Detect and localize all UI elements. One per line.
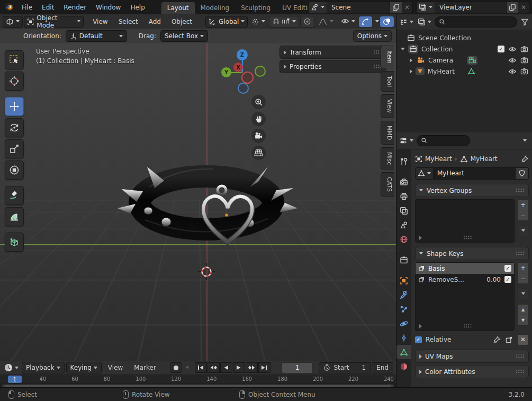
vgroup-remove-button[interactable]: − <box>517 210 529 221</box>
hide-eye-icon[interactable] <box>508 47 517 52</box>
snap-magnet-icon[interactable] <box>272 17 280 25</box>
choker-model[interactable] <box>118 156 297 281</box>
menu-view[interactable]: View <box>88 18 112 25</box>
blender-logo-icon[interactable] <box>5 3 14 12</box>
shapekey-specials-button[interactable] <box>517 288 529 299</box>
shapekey-move-up-button[interactable]: ▲ <box>517 304 529 315</box>
list-expand-icon[interactable] <box>419 236 422 240</box>
tool-annotate[interactable] <box>5 186 24 205</box>
tab-world[interactable] <box>396 232 411 246</box>
menu-window[interactable]: Window <box>91 4 125 11</box>
gizmo-axis-y-neg[interactable] <box>255 66 266 77</box>
outliner-row-myheart[interactable]: MyHeart <box>396 66 532 77</box>
tab-constraints[interactable] <box>396 331 411 345</box>
show-gizmo-toggle[interactable] <box>359 16 372 27</box>
datablock-name-input[interactable]: MyHeart <box>434 167 516 180</box>
options-dropdown[interactable]: Options <box>353 30 392 42</box>
npanel-transform[interactable]: Transform <box>279 46 386 59</box>
breadcrumb-object[interactable]: MyHeart <box>425 155 452 163</box>
pin-shapekey-icon[interactable] <box>491 335 503 345</box>
datablock-type-button[interactable] <box>415 167 434 180</box>
shapekey-mute-checkbox[interactable]: ✓ <box>504 265 511 272</box>
keying-menu[interactable]: Keying <box>66 362 102 373</box>
current-frame-badge[interactable]: 1 <box>8 376 22 383</box>
orientation-gizmo[interactable]: Z X Y <box>220 48 267 95</box>
scene-name[interactable]: Scene <box>327 4 390 11</box>
camera-view-button[interactable] <box>251 129 266 143</box>
relative-checkbox[interactable]: ✓ <box>415 336 422 343</box>
tab-view[interactable]: View <box>381 94 394 118</box>
drag-dropdown[interactable]: Select Box <box>160 30 208 42</box>
proportional-editing-icon[interactable] <box>300 16 314 28</box>
tab-cats[interactable]: CATS <box>381 172 394 197</box>
zoom-button[interactable] <box>251 95 266 109</box>
tab-tool[interactable]: Tool <box>381 71 394 92</box>
tool-select-box[interactable] <box>5 50 24 69</box>
shapekey-mute-checkbox[interactable]: ✓ <box>504 276 511 283</box>
hide-eye-icon[interactable] <box>508 69 517 74</box>
list-resize-grip[interactable] <box>463 235 472 240</box>
gizmo-axis-x[interactable]: X <box>233 63 243 72</box>
playback-menu[interactable]: Playback <box>22 362 65 373</box>
tab-material[interactable] <box>396 359 411 373</box>
timeline-editor-type-button[interactable] <box>3 363 20 372</box>
viewport-3d[interactable]: User Perspective (1) Collection | MyHear… <box>0 43 396 361</box>
pan-hand-button[interactable] <box>251 112 266 126</box>
tab-physics[interactable] <box>396 316 411 331</box>
timeline-marker-menu[interactable]: Marker <box>129 364 160 371</box>
tab-object-data[interactable] <box>396 345 411 359</box>
viewlayer-copy-icon[interactable] <box>506 2 518 13</box>
vgroup-specials-button[interactable] <box>517 225 529 236</box>
tool-rotate[interactable] <box>5 118 24 137</box>
breadcrumb-data[interactable]: MyHeart <box>471 155 498 163</box>
tool-measure[interactable] <box>5 207 24 226</box>
prev-keyframe-button[interactable] <box>208 362 220 373</box>
tab-object[interactable] <box>396 273 411 288</box>
vertex-groups-header[interactable]: Vertex Groups <box>415 184 529 197</box>
expand-arrow-icon[interactable] <box>410 69 412 74</box>
menu-edit[interactable]: Edit <box>37 4 59 11</box>
gizmo-dropdown-icon[interactable] <box>375 20 379 23</box>
uv-maps-panel-header[interactable]: UV Maps <box>415 350 529 363</box>
shapekey-row-removes[interactable]: RemoveS... 0.00 ✓ <box>416 274 514 285</box>
scene-icon[interactable] <box>309 2 327 13</box>
collection-checkbox[interactable]: ✓ <box>498 46 504 52</box>
frame-start-field[interactable]: Start 1 <box>319 362 371 373</box>
vgroup-add-button[interactable]: + <box>517 199 529 210</box>
shapekey-remove-button[interactable]: − <box>517 273 529 284</box>
viewlayer-name[interactable]: ViewLayer <box>435 4 506 11</box>
tab-uv-editing[interactable]: UV Editing <box>276 2 308 14</box>
timeline-ruler[interactable]: 2040 6080 100120 140160 180200 220240 1 <box>0 375 396 384</box>
shape-keys-list[interactable]: Basis ✓ RemoveS... 0.00 ✓ <box>415 262 515 331</box>
pin-icon[interactable] <box>521 155 529 163</box>
expand-arrow-icon[interactable] <box>410 58 412 63</box>
tab-scene[interactable] <box>396 218 411 232</box>
tool-scale[interactable] <box>5 139 24 158</box>
render-camera-icon[interactable] <box>520 57 528 64</box>
shapekey-move-down-button[interactable]: ▼ <box>517 315 529 326</box>
perspective-toggle-button[interactable] <box>251 146 266 160</box>
camera-data-icon[interactable] <box>467 56 477 65</box>
menu-render[interactable]: Render <box>59 4 91 11</box>
panel-grip-icon[interactable] <box>516 251 525 256</box>
editor-type-button[interactable] <box>3 16 23 28</box>
tool-cursor[interactable] <box>5 72 24 91</box>
tab-particles[interactable] <box>396 302 411 316</box>
gizmo-axis-y[interactable]: Y <box>221 67 231 77</box>
tab-collection[interactable] <box>396 253 411 267</box>
tool-move[interactable] <box>5 97 24 116</box>
menu-object[interactable]: Object <box>167 18 197 25</box>
gizmo-axis-x-neg[interactable] <box>241 72 254 84</box>
gizmo-axis-z-neg[interactable] <box>238 83 249 94</box>
play-reverse-button[interactable] <box>220 362 232 373</box>
show-overlays-toggle[interactable] <box>380 16 394 27</box>
panel-grip-icon[interactable] <box>516 354 525 359</box>
shield-icon[interactable] <box>516 167 529 180</box>
list-expand-icon[interactable] <box>419 324 422 328</box>
color-attributes-panel-header[interactable]: Color Attributes <box>415 365 529 378</box>
transform-orientation-select[interactable]: Global <box>205 16 248 28</box>
shapekey-row-basis[interactable]: Basis ✓ <box>416 263 514 274</box>
auto-keying-toggle[interactable] <box>170 362 182 373</box>
keying-set-dropdown-icon[interactable] <box>186 367 189 369</box>
panel-grip-icon[interactable] <box>516 188 525 193</box>
